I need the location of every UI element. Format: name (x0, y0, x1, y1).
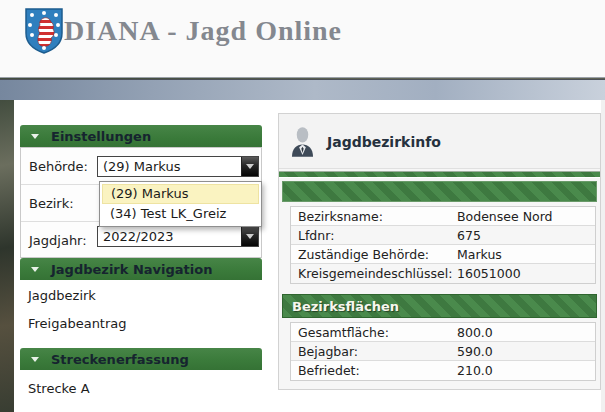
row-label: Bejagbar: (291, 344, 457, 359)
table-row: Bezirksname: Bodensee Nord (291, 207, 595, 226)
behoerde-dropdown-list: (29) Markus (34) Test LK_Greiz (99, 181, 262, 227)
sidebar-item-jagdbezirk[interactable]: Jagdbezirk (28, 288, 96, 303)
content-wrapper: Einstellungen Behörde: Bezirk: Jagdjahr:… (14, 100, 605, 412)
table-row: Kreisgemeindeschlüssel: 16051000 (291, 264, 595, 283)
collapse-arrow-icon (31, 357, 39, 362)
table-row: Zuständige Behörde: Markus (291, 245, 595, 264)
sidebar-section-einstellungen[interactable]: Einstellungen (20, 125, 262, 147)
chevron-down-icon (246, 164, 254, 169)
behoerde-select[interactable]: (29) Markus (97, 156, 259, 177)
table-row: Befriedet: 210.0 (291, 361, 595, 380)
bezirksflaechen-header: Bezirksflächen (282, 294, 597, 318)
dropdown-button[interactable] (241, 227, 258, 246)
section-label: Einstellungen (51, 129, 151, 144)
dropdown-button[interactable] (241, 157, 258, 176)
panel-title: Jagdbezirkinfo (327, 134, 441, 150)
panel-header: Jagdbezirkinfo (279, 114, 600, 169)
collapse-arrow-icon (31, 134, 39, 139)
diana-jagd-online-app: DIANA - Jagd Online Einstellungen Behörd… (0, 0, 605, 412)
row-label: Lfdnr: (291, 228, 457, 243)
chevron-down-icon (246, 234, 254, 239)
scrollbar-track[interactable] (601, 100, 605, 412)
row-value: Markus (457, 247, 595, 262)
row-value: Bodensee Nord (457, 209, 595, 224)
top-gradient-bar (0, 79, 605, 100)
section-label: Jagdbezirk Navigation (51, 262, 212, 277)
row-value: 590.0 (457, 344, 595, 359)
jagdbezirkinfo-panel: Jagdbezirkinfo Bezirksname: Bodensee Nor… (278, 113, 601, 390)
table-row: Gesamtfläche: 800.0 (291, 323, 595, 342)
bezirk-label: Bezirk: (21, 196, 74, 211)
green-striped-section-bar (282, 181, 597, 202)
row-label: Zuständige Behörde: (291, 247, 457, 262)
bezirk-info-table: Bezirksname: Bodensee Nord Lfdnr: 675 Zu… (290, 206, 596, 284)
bezirksflaechen-table: Gesamtfläche: 800.0 Bejagbar: 590.0 Befr… (290, 322, 596, 381)
section-label: Streckenerfassung (51, 352, 189, 367)
jagdjahr-label: Jagdjahr: (21, 233, 87, 248)
dropdown-option-markus[interactable]: (29) Markus (102, 184, 259, 204)
row-value: 210.0 (457, 363, 595, 378)
behoerde-select-value: (29) Markus (98, 159, 241, 174)
green-striped-divider (279, 171, 600, 178)
behoerde-label: Behörde: (21, 159, 88, 174)
person-icon (291, 126, 314, 157)
sidebar-section-jagdbezirk-navigation[interactable]: Jagdbezirk Navigation (20, 258, 262, 280)
row-value: 16051000 (457, 266, 595, 281)
table-row: Lfdnr: 675 (291, 226, 595, 245)
row-value: 675 (457, 228, 595, 243)
row-label: Gesamtfläche: (291, 325, 457, 340)
dropdown-option-test-lk-greiz[interactable]: (34) Test LK_Greiz (102, 204, 259, 224)
sidebar-item-strecke-a[interactable]: Strecke A (28, 381, 90, 396)
row-label: Befriedet: (291, 363, 457, 378)
jagdjahr-select[interactable]: 2022/2023 (97, 226, 259, 247)
sidebar-section-streckenerfassung[interactable]: Streckenerfassung (20, 348, 262, 370)
row-value: 800.0 (457, 325, 595, 340)
thuringia-coat-of-arms-logo (25, 8, 63, 54)
areas-title: Bezirksflächen (292, 299, 399, 314)
row-label: Bezirksname: (291, 209, 457, 224)
row-label: Kreisgemeindeschlüssel: (291, 266, 457, 281)
sidebar-item-freigabeantrag[interactable]: Freigabeantrag (28, 316, 127, 331)
table-row: Bejagbar: 590.0 (291, 342, 595, 361)
app-title: DIANA - Jagd Online (64, 15, 342, 47)
collapse-arrow-icon (31, 267, 39, 272)
jagdjahr-select-value: 2022/2023 (98, 229, 241, 244)
app-header: DIANA - Jagd Online (0, 0, 605, 78)
